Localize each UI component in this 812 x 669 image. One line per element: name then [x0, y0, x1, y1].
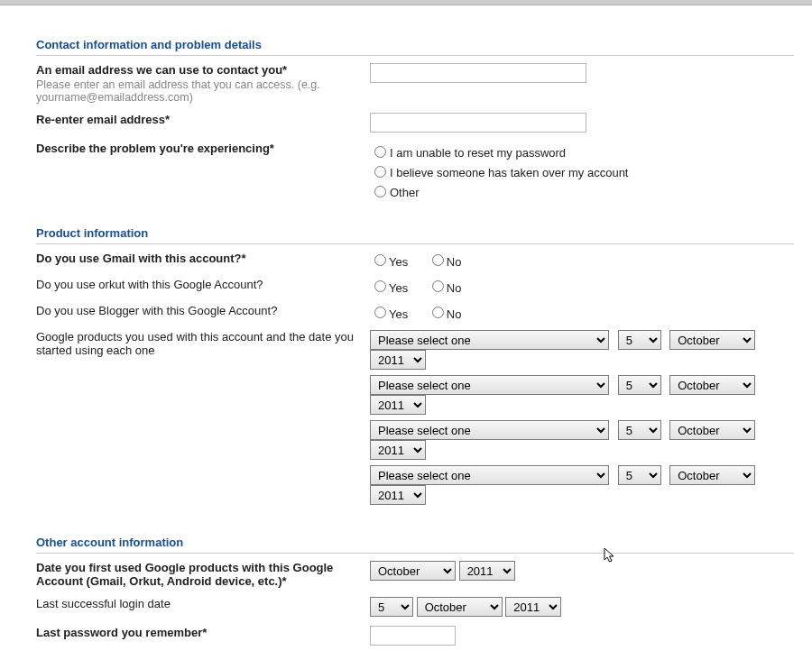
year-select-2[interactable]: 2011 [370, 395, 426, 415]
reenter-input[interactable] [370, 113, 586, 133]
problem-option-reset: I am unable to reset my password [390, 146, 566, 160]
gmail-yes: Yes [389, 255, 408, 269]
year-select-3[interactable]: 2011 [370, 440, 426, 460]
row-blogger: Do you use Blogger with this Google Acco… [36, 297, 794, 323]
day-select-3[interactable]: 5 [618, 420, 661, 440]
row-orkut: Do you use orkut with this Google Accoun… [36, 270, 794, 297]
section-product-title: Product information [36, 219, 794, 244]
problem-radio-takeover[interactable] [374, 166, 386, 178]
orkut-no-radio[interactable] [432, 280, 444, 292]
row-products: Google products you used with this accou… [36, 323, 794, 512]
product-row-3: Please select one 5 October 2011 [370, 420, 794, 460]
email-hint: Please enter an email address that you c… [36, 78, 361, 104]
month-select-2[interactable]: October [669, 375, 755, 395]
orkut-yes: Yes [389, 281, 408, 295]
orkut-no: No [447, 281, 462, 295]
first-month-select[interactable]: October [370, 561, 456, 581]
describe-label: Describe the problem you're experiencing… [36, 142, 361, 155]
gmail-no-radio[interactable] [432, 254, 444, 266]
product-select-2[interactable]: Please select one [370, 375, 609, 395]
month-select-1[interactable]: October [669, 330, 755, 350]
reenter-label: Re-enter email address* [36, 113, 361, 126]
product-row-1: Please select one 5 October 2011 [370, 330, 794, 370]
blogger-no-radio[interactable] [432, 307, 444, 318]
month-select-4[interactable]: October [669, 465, 755, 485]
blogger-yes: Yes [389, 307, 408, 321]
problem-radio-reset[interactable] [374, 146, 386, 158]
gmail-yes-radio[interactable] [374, 254, 386, 266]
month-select-3[interactable]: October [669, 420, 755, 440]
orkut-yes-radio[interactable] [374, 280, 386, 292]
gmail-label: Do you use Gmail with this account?* [36, 252, 246, 265]
last-day-select[interactable]: 5 [370, 597, 413, 617]
last-year-select[interactable]: 2011 [505, 597, 561, 617]
row-last-login: Last successful login date 5 October 201… [36, 590, 794, 619]
email-label: An email address we can use to contact y… [36, 63, 361, 77]
first-used-label: Date you first used Google products with… [36, 561, 333, 588]
row-last-password: Last password you remember* [36, 619, 794, 647]
row-describe: Describe the problem you're experiencing… [36, 134, 794, 203]
orkut-label: Do you use orkut with this Google Accoun… [36, 278, 263, 291]
row-gmail: Do you use Gmail with this account?* Yes… [36, 244, 794, 270]
products-field: Please select one 5 October 2011 Please … [370, 330, 794, 510]
products-label: Google products you used with this accou… [36, 330, 354, 357]
row-first-used: Date you first used Google products with… [36, 554, 794, 590]
product-select-4[interactable]: Please select one [370, 465, 609, 485]
product-select-1[interactable]: Please select one [370, 330, 609, 350]
last-password-input[interactable] [370, 626, 456, 646]
product-row-4: Please select one 5 October 2011 [370, 465, 794, 505]
first-year-select[interactable]: 2011 [459, 561, 515, 581]
last-password-label: Last password you remember* [36, 626, 207, 639]
row-reenter: Re-enter email address* [36, 105, 794, 134]
section-other-title: Other account information [36, 528, 794, 554]
problem-option-takeover: I believe someone has taken over my acco… [390, 166, 628, 179]
last-month-select[interactable]: October [417, 597, 503, 617]
product-row-2: Please select one 5 October 2011 [370, 375, 794, 415]
section-contact-title: Contact information and problem details [36, 31, 794, 56]
last-login-label: Last successful login date [36, 597, 171, 610]
day-select-1[interactable]: 5 [618, 330, 661, 350]
problem-option-other: Other [390, 186, 420, 199]
day-select-4[interactable]: 5 [618, 465, 661, 485]
gmail-no: No [447, 255, 462, 269]
email-input[interactable] [370, 63, 586, 83]
day-select-2[interactable]: 5 [618, 375, 661, 395]
form-container: Contact information and problem details … [18, 5, 794, 669]
year-select-4[interactable]: 2011 [370, 485, 426, 505]
row-email: An email address we can use to contact y… [36, 56, 794, 105]
product-select-3[interactable]: Please select one [370, 420, 609, 440]
year-select-1[interactable]: 2011 [370, 350, 426, 370]
problem-radio-other[interactable] [374, 186, 386, 197]
blogger-label: Do you use Blogger with this Google Acco… [36, 304, 277, 317]
blogger-yes-radio[interactable] [374, 307, 386, 318]
blogger-no: No [447, 307, 462, 321]
